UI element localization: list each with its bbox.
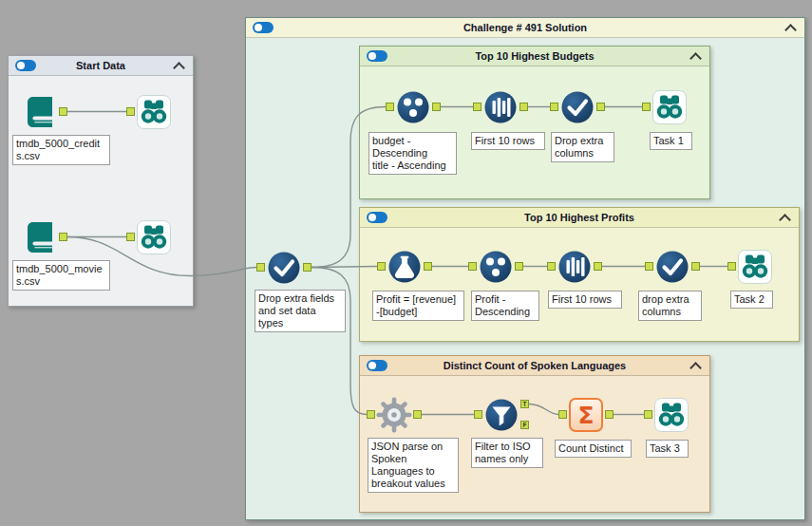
select-checkmark-icon [558, 88, 596, 126]
select-checkmark-icon [265, 249, 303, 287]
output-anchor[interactable] [303, 263, 312, 272]
input-data-book-icon [21, 218, 59, 256]
tool-input-data-credits[interactable] [21, 93, 59, 131]
annotation-select-profit[interactable]: drop extra columns [638, 291, 702, 321]
wire-select-to-sort-budget[interactable] [312, 107, 386, 268]
annotation-sort-profit[interactable]: Profit - Descending [471, 291, 539, 321]
input-anchor[interactable] [474, 410, 482, 419]
tool-browse-credits[interactable] [135, 93, 173, 131]
input-anchor[interactable] [256, 263, 265, 272]
input-anchor[interactable] [550, 103, 558, 111]
json-parse-gear-icon [375, 396, 413, 434]
toggle-knob [17, 62, 25, 69]
output-anchor[interactable] [59, 107, 67, 116]
input-anchor[interactable] [367, 410, 375, 419]
input-anchor[interactable] [377, 262, 386, 271]
tool-sample-budget[interactable] [482, 88, 519, 126]
container-toggle-icon[interactable] [253, 22, 274, 33]
sort-icon [394, 88, 432, 126]
tool-select-main[interactable] [265, 249, 303, 287]
select-checkmark-icon [653, 248, 691, 286]
input-anchor[interactable] [727, 262, 736, 271]
browse-binoculars-icon [736, 248, 774, 286]
input-anchor[interactable] [644, 410, 652, 419]
output-anchor[interactable] [59, 233, 67, 241]
output-anchor[interactable] [432, 103, 441, 111]
tool-browse-profit[interactable] [736, 248, 774, 286]
tool-filter-iso[interactable]: T F [482, 396, 520, 434]
annotation-select-main[interactable]: Drop extra fields and set data types [255, 290, 346, 332]
annotation-select-budget[interactable]: Drop extra columns [551, 132, 614, 162]
formula-flask-icon [386, 248, 424, 286]
tool-formula-profit[interactable] [386, 248, 424, 286]
input-anchor[interactable] [558, 410, 567, 419]
annotation-task2[interactable]: Task 2 [730, 291, 773, 309]
wire-filter-true-to-summarize[interactable] [529, 404, 558, 415]
tool-input-data-movies[interactable] [21, 218, 59, 256]
input-anchor[interactable] [642, 103, 651, 111]
input-anchor[interactable] [126, 233, 135, 241]
container-toggle-icon[interactable] [367, 360, 387, 371]
annotation-json-parse[interactable]: JSON parse on Spoken Languages to breako… [368, 438, 459, 493]
filter-funnel-icon [482, 396, 520, 434]
output-anchor[interactable] [424, 262, 432, 271]
tool-json-parse[interactable] [375, 396, 413, 434]
output-anchor[interactable] [519, 103, 528, 111]
annotation-sample-budget[interactable]: First 10 rows [471, 132, 545, 150]
annotation-sample-profit[interactable]: First 10 rows [548, 291, 622, 309]
tool-browse-budget[interactable] [651, 88, 689, 126]
container-toggle-icon[interactable] [367, 212, 387, 223]
annotation-task1[interactable]: Task 1 [650, 132, 692, 150]
annotation-formula-profit[interactable]: Profit = [revenue] -[budget] [372, 291, 464, 321]
filter-false-anchor[interactable]: F [520, 421, 529, 429]
annotation-sort-budget[interactable]: budget - Descending title - Ascending [368, 132, 457, 175]
toggle-knob [368, 214, 376, 221]
tool-sort-profit[interactable] [477, 248, 515, 286]
annotation-count-distinct[interactable]: Count Distinct [555, 440, 632, 458]
output-anchor[interactable] [515, 262, 523, 271]
filter-true-anchor[interactable]: T [520, 400, 529, 408]
container-toggle-icon[interactable] [367, 50, 387, 62]
output-anchor[interactable] [413, 410, 422, 419]
browse-binoculars-icon [651, 88, 689, 126]
input-data-book-icon [21, 93, 59, 131]
annotation-filter-iso[interactable]: Filter to ISO names only [471, 438, 543, 468]
sort-icon [477, 248, 515, 286]
toggle-knob [255, 24, 262, 31]
input-anchor[interactable] [468, 262, 477, 271]
tool-browse-distinct[interactable] [652, 396, 690, 434]
tool-browse-movies[interactable] [135, 218, 173, 256]
summarize-sigma-icon [567, 396, 605, 434]
annotation-input-credits[interactable]: tmdb_5000_credits.csv [12, 135, 110, 165]
container-toggle-icon[interactable] [15, 60, 36, 71]
tool-sample-profit[interactable] [556, 248, 594, 286]
toggle-knob [368, 362, 376, 369]
annotation-task3[interactable]: Task 3 [646, 440, 689, 458]
input-anchor[interactable] [386, 103, 394, 111]
annotation-input-movies[interactable]: tmdb_5000_movies.csv [12, 260, 110, 291]
output-anchor[interactable] [605, 410, 614, 419]
input-anchor[interactable] [126, 107, 135, 116]
output-anchor[interactable] [596, 103, 605, 111]
browse-binoculars-icon [652, 396, 690, 434]
tool-select-budget[interactable] [558, 88, 596, 126]
tool-sort-budget[interactable] [394, 88, 432, 126]
output-anchor[interactable] [691, 262, 700, 271]
toggle-knob [368, 52, 376, 60]
browse-binoculars-icon [135, 218, 173, 256]
browse-binoculars-icon [135, 93, 173, 131]
input-anchor[interactable] [473, 103, 482, 111]
output-anchor[interactable] [594, 262, 602, 271]
input-anchor[interactable] [645, 262, 653, 271]
tool-select-profit[interactable] [653, 248, 691, 286]
tool-summarize-count[interactable] [567, 396, 605, 434]
workflow-canvas: Challenge # 491 Solution Top 10 Highest … [0, 0, 812, 526]
sample-bars-icon [556, 248, 594, 286]
input-anchor[interactable] [547, 262, 556, 271]
sample-bars-icon [482, 88, 519, 126]
